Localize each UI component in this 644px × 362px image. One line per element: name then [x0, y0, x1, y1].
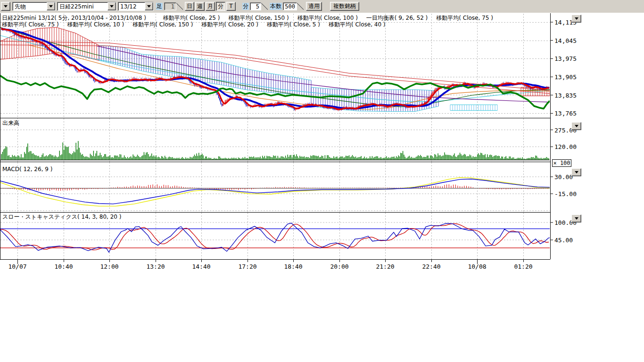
x-axis-tick-label: 10:40 — [54, 263, 73, 270]
x-axis-tick-label: 01:20 — [514, 263, 532, 270]
axis-tick-label: 13,765 — [554, 110, 577, 117]
volume-pane-dropdown-button[interactable] — [571, 122, 581, 130]
indicator-legend-item: 移動平均( Close, 150 ) — [132, 21, 193, 28]
x-axis-tick-label: 17:20 — [238, 263, 256, 270]
indicator-legend-item: 移動平均( Close, 150 ) — [228, 15, 289, 21]
axis-tick-label: 13,905 — [554, 74, 577, 81]
x-axis-tick-label: 18:40 — [284, 263, 302, 270]
macd-pane-label: MACD( 12, 26, 9 ) — [2, 166, 53, 173]
indicator-legend-item: 移動平均( Close, 5 ) — [267, 21, 320, 28]
macd-pane-dropdown-button[interactable] — [571, 168, 581, 176]
axis-tick-label: 120.00 — [554, 143, 577, 150]
chart-canvas: 14,11514,04513,97513,90513,83513,765275.… — [0, 0, 644, 362]
chevron-down-icon — [575, 217, 578, 220]
volume-pane-label: 出来高 — [2, 119, 20, 127]
indicator-legend-item: 移動平均( Close, 75 ) — [436, 15, 493, 21]
indicator-legend-item: 一目均衡表( 9, 26, 52 ) — [366, 15, 428, 21]
volume-multiplier-badge: × 100 — [552, 159, 571, 167]
macd-pane — [0, 162, 550, 212]
chevron-down-icon — [575, 125, 578, 127]
x-axis-tick-label: 21:20 — [376, 263, 394, 270]
stoch-pane-label: スロー・ストキャスティクス( 14, 3, 80, 20 ) — [2, 213, 122, 221]
x-axis-tick-label: 12:00 — [100, 263, 118, 270]
indicator-legend-item: 移動平均( Close, 20 ) — [201, 21, 258, 28]
app-window: { "toolbar": { "category": "先物", "symbol… — [0, 0, 644, 362]
x-axis-tick-label: 13:20 — [146, 263, 165, 270]
axis-tick-label: 13,835 — [554, 92, 577, 99]
indicator-legend-item: 移動平均( Close, 10 ) — [67, 21, 124, 28]
x-axis-tick-label: 22:40 — [422, 263, 440, 270]
price-pane-dropdown-button[interactable] — [571, 15, 581, 23]
indicator-legend-item: 移動平均( Close, 25 ) — [163, 15, 220, 21]
x-axis-tick-label: 10/08 — [468, 263, 486, 270]
x-axis-tick-label: 10/07 — [8, 263, 26, 270]
indicator-legend-item: 移動平均( Close, 40 ) — [329, 21, 386, 28]
chevron-down-icon — [575, 17, 578, 20]
x-axis-tick-label: 20:00 — [330, 263, 348, 270]
axis-tick-label: -15.00 — [554, 190, 577, 197]
axis-tick-label: 14,045 — [554, 37, 577, 44]
indicator-legend-item: 移動平均( Close, 100 ) — [297, 15, 358, 21]
chevron-down-icon — [575, 171, 578, 173]
chart-title: 日経225mini 13/12( 5分, 2013/10/04 - 2013/1… — [2, 15, 146, 21]
axis-tick-label: 30.00 — [554, 173, 573, 181]
indicator-legend-item: 移動平均( Close, 75 ) — [2, 21, 59, 28]
axis-tick-label: 45.00 — [554, 237, 573, 244]
volume-pane — [0, 118, 550, 162]
axis-tick-label: 13,975 — [554, 55, 577, 62]
stoch-pane-dropdown-button[interactable] — [571, 214, 581, 222]
x-axis-tick-label: 14:40 — [192, 263, 210, 270]
indicator-legend-row: 移動平均( Close, 75 )移動平均( Close, 10 )移動平均( … — [2, 21, 403, 29]
price-pane — [0, 14, 550, 118]
